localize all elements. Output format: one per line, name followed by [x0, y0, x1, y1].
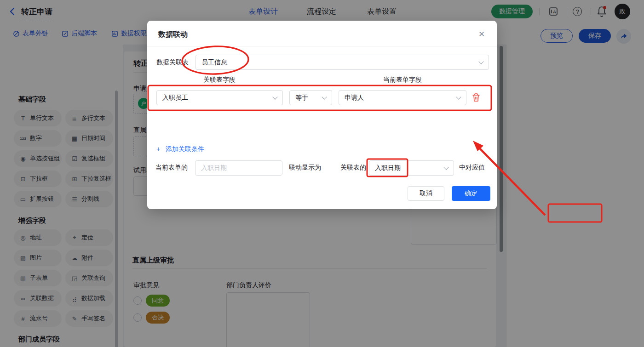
current-form-prefix-label: 当前表单的	[155, 164, 188, 172]
column-header-current-field: 当前表单字段	[383, 76, 422, 84]
data-linkage-modal: 数据联动 ✕ 数据关联表 员工信息 关联表字段 当前表单字段 入职员工 等于 申…	[147, 21, 497, 209]
linkage-display-label: 联动显示为	[289, 164, 321, 172]
related-table-select[interactable]: 员工信息	[196, 55, 489, 70]
condition-operator-value: 等于	[295, 94, 308, 102]
confirm-button[interactable]: 确定	[452, 186, 490, 201]
related-field-value: 入职日期	[375, 164, 401, 172]
modal-header-divider	[147, 46, 497, 46]
condition-field-value: 入职员工	[162, 94, 188, 102]
related-field-select[interactable]: 入职日期	[369, 160, 454, 176]
condition-field-select[interactable]: 入职员工	[156, 90, 283, 105]
modal-title: 数据联动	[158, 30, 188, 40]
delete-condition-trash-icon[interactable]	[472, 93, 480, 102]
chevron-down-icon	[456, 94, 461, 99]
plus-icon: +	[156, 145, 160, 153]
column-header-related-field: 关联表字段	[203, 76, 236, 84]
condition-operator-select[interactable]: 等于	[289, 90, 332, 105]
form-designer-app: 转正申请 表单设计 流程设定 表单设置 数据管理 A 政 表单外链	[0, 0, 644, 347]
related-table-prefix-label: 关联表的	[340, 164, 366, 172]
current-field-input[interactable]: 入职日期	[195, 160, 282, 176]
add-condition-label: 添加关联条件	[166, 145, 204, 153]
close-icon[interactable]: ✕	[478, 29, 485, 39]
chevron-down-icon	[322, 94, 327, 99]
chevron-down-icon	[272, 94, 277, 99]
related-table-label: 数据关联表	[156, 58, 189, 67]
chevron-down-icon	[478, 59, 483, 64]
condition-target-value: 申请人	[345, 94, 364, 102]
chevron-down-icon	[443, 165, 448, 170]
related-table-value: 员工信息	[201, 58, 227, 67]
current-field-placeholder: 入职日期	[201, 164, 227, 172]
corresponding-value-label: 中对应值	[459, 164, 485, 172]
condition-target-select[interactable]: 申请人	[339, 90, 466, 105]
cancel-button[interactable]: 取消	[408, 186, 444, 201]
add-condition-link[interactable]: + 添加关联条件	[156, 145, 204, 154]
